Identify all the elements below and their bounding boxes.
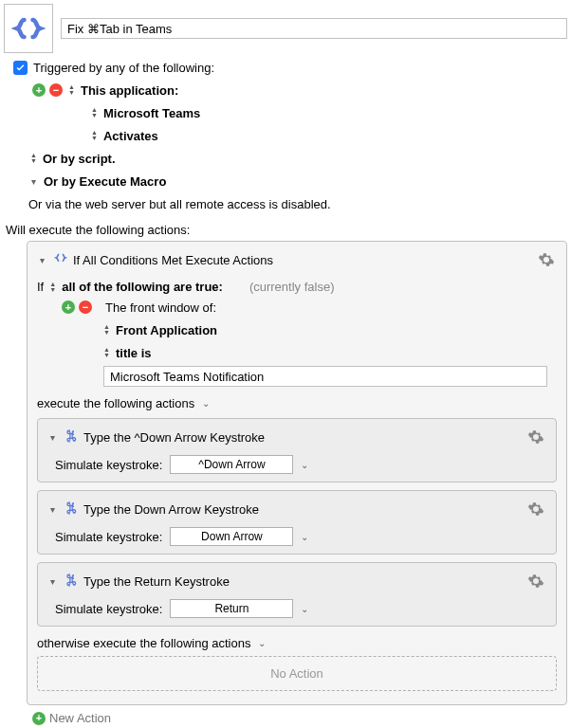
otherwise-label: otherwise execute the following actions: [37, 636, 250, 650]
if-action-panel: ▾ If All Conditions Met Execute Actions …: [27, 241, 567, 705]
if-action-title: If All Conditions Met Execute Actions: [73, 253, 273, 267]
web-server-note: Or via the web server but all remote acc…: [28, 197, 331, 211]
simulate-label: Simulate keystroke:: [55, 458, 162, 472]
updown-icon[interactable]: ▲▼: [68, 84, 75, 96]
remove-trigger-icon[interactable]: −: [49, 83, 63, 97]
activates-label: Activates: [103, 129, 158, 143]
or-by-script-label: Or by script.: [43, 152, 116, 166]
keystroke-field[interactable]: Down Arrow: [170, 527, 293, 546]
keystroke-action: ▾ Type the Return Keystroke Simulate key…: [37, 562, 557, 627]
keystroke-field[interactable]: ^Down Arrow: [170, 455, 293, 474]
updown-icon[interactable]: ▲▼: [91, 107, 98, 118]
keystroke-action: ▾ Type the ^Down Arrow Keystroke Simulat…: [37, 418, 557, 482]
keystroke-title: Type the ^Down Arrow Keystroke: [83, 430, 265, 445]
keystroke-title: Type the Return Keystroke: [83, 574, 230, 589]
actions-heading: Will execute the following actions:: [6, 223, 567, 237]
disclosure-icon[interactable]: ▾: [47, 576, 57, 587]
keystroke-field[interactable]: Return: [170, 599, 293, 618]
keystroke-menu-icon[interactable]: ⌄: [301, 460, 308, 470]
add-trigger-icon[interactable]: +: [32, 83, 46, 97]
all-true-label: all of the following are true:: [62, 280, 223, 294]
simulate-label: Simulate keystroke:: [55, 530, 162, 544]
execute-actions-label: execute the following actions: [37, 396, 194, 410]
keystroke-menu-icon[interactable]: ⌄: [301, 532, 308, 542]
remove-condition-icon[interactable]: −: [79, 300, 92, 314]
keystroke-menu-icon[interactable]: ⌄: [301, 604, 308, 614]
command-icon: [64, 429, 78, 446]
updown-icon[interactable]: ▲▼: [49, 282, 56, 293]
action-settings-button[interactable]: [525, 499, 546, 519]
front-application-label: Front Application: [116, 323, 217, 337]
macro-name-input[interactable]: [61, 18, 567, 39]
if-label: If: [37, 280, 44, 294]
expand-icon[interactable]: ⌄: [258, 638, 266, 648]
trigger-enabled-checkbox[interactable]: [13, 61, 28, 75]
action-settings-button[interactable]: [525, 571, 546, 592]
this-application-label: This application:: [81, 83, 178, 98]
simulate-label: Simulate keystroke:: [55, 602, 162, 616]
disclosure-icon[interactable]: ▾: [28, 176, 38, 187]
disclosure-icon[interactable]: ▾: [37, 255, 46, 265]
no-action-placeholder[interactable]: No Action: [37, 656, 557, 691]
action-settings-button[interactable]: [525, 427, 546, 447]
command-icon: [64, 501, 78, 518]
window-title-input[interactable]: [103, 366, 547, 387]
updown-icon[interactable]: ▲▼: [30, 153, 37, 164]
add-condition-icon[interactable]: +: [62, 300, 75, 314]
trigger-label: Triggered by any of the following:: [33, 61, 214, 75]
disclosure-icon[interactable]: ▾: [47, 504, 57, 515]
front-window-label: The front window of:: [105, 300, 216, 315]
expand-icon[interactable]: ⌄: [202, 398, 210, 409]
command-icon: [64, 573, 78, 590]
macro-icon[interactable]: [4, 4, 53, 53]
if-macro-icon: [54, 252, 67, 268]
title-is-label: title is: [116, 346, 152, 360]
updown-icon[interactable]: ▲▼: [91, 130, 98, 141]
updown-icon[interactable]: ▲▼: [103, 347, 110, 358]
disclosure-icon[interactable]: ▾: [47, 432, 57, 443]
add-action-icon[interactable]: +: [32, 712, 46, 725]
currently-false-label: (currently false): [249, 280, 335, 294]
updown-icon[interactable]: ▲▼: [103, 324, 110, 336]
new-action-label[interactable]: New Action: [49, 711, 111, 725]
app-name-label: Microsoft Teams: [103, 106, 200, 120]
keystroke-title: Type the Down Arrow Keystroke: [83, 502, 259, 517]
or-by-execute-macro-label: Or by Execute Macro: [44, 174, 166, 189]
keystroke-action: ▾ Type the Down Arrow Keystroke Simulate…: [37, 490, 557, 555]
action-settings-button[interactable]: [536, 249, 557, 270]
